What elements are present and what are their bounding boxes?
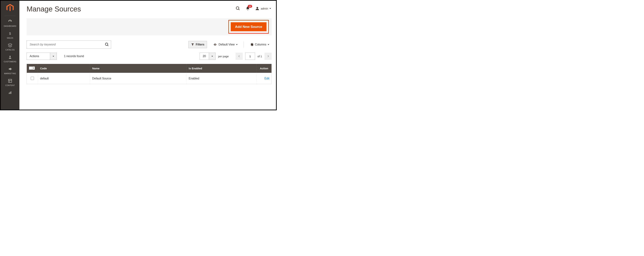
sidebar-item-marketing[interactable]: MARKETING	[1, 65, 20, 77]
sidebar-item-label: DASHBOARD	[4, 25, 16, 27]
records-found-label: 1 records found	[64, 54, 84, 58]
mass-actions-label: Actions	[26, 53, 50, 60]
chevron-down-icon	[212, 56, 213, 57]
dollar-icon: $	[7, 31, 13, 36]
magento-logo-icon	[6, 4, 14, 12]
header-tools: 12 admin	[236, 5, 272, 11]
table-row[interactable]: default Default Source Enabled Edit	[27, 73, 272, 84]
table-header-code[interactable]: Code	[38, 64, 90, 73]
select-all-checkbox[interactable]	[29, 66, 32, 70]
sidebar-item-sales[interactable]: $ SALES	[1, 30, 20, 42]
search-icon	[236, 6, 240, 11]
catalog-icon	[7, 43, 13, 48]
grid-toolbar-row-1: Filters Default View Columns	[26, 40, 272, 49]
cell-code: default	[38, 73, 90, 84]
mass-actions-select[interactable]: Actions	[26, 53, 57, 60]
table-header-name[interactable]: Name	[90, 64, 186, 73]
sidebar-item-label: MARKETING	[4, 72, 16, 74]
default-view-label: Default View	[218, 43, 235, 46]
callout-highlight: Add New Source	[228, 20, 269, 34]
per-page-trigger[interactable]	[209, 53, 216, 60]
row-select-cell	[27, 73, 38, 84]
svg-text:$: $	[9, 32, 11, 36]
page-actions-bar: Add New Source	[26, 18, 272, 36]
main-content: Manage Sources 12 admin Add New Source	[20, 1, 276, 110]
svg-line-12	[108, 45, 108, 46]
user-icon	[255, 6, 259, 10]
grid-toolbar-row-2: Actions 1 records found 20 per page of 1	[26, 53, 272, 60]
chevron-right-icon	[267, 55, 269, 58]
table-header-select	[27, 64, 38, 73]
notifications-button[interactable]: 12	[246, 6, 250, 10]
pager-of-label: of 1	[258, 55, 262, 58]
table-header-action: Action	[256, 64, 272, 73]
columns-label: Columns	[255, 43, 266, 46]
table-header-is-enabled[interactable]: Is Enabled	[186, 64, 256, 73]
keyword-search-input[interactable]	[29, 42, 102, 46]
marketing-icon	[7, 67, 13, 71]
chevron-left-icon	[238, 55, 240, 58]
cell-action: Edit	[256, 73, 272, 84]
select-all-control[interactable]	[29, 66, 35, 70]
pager-prev-button[interactable]	[236, 53, 243, 60]
sidebar-item-content[interactable]: CONTENT	[1, 77, 20, 89]
svg-rect-6	[10, 92, 10, 94]
svg-rect-5	[9, 93, 9, 94]
per-page-value: 20	[200, 53, 209, 60]
filters-label: Filters	[196, 43, 204, 46]
select-all-dropdown[interactable]	[32, 66, 35, 70]
notification-badge: 12	[248, 5, 252, 8]
keyword-search-button[interactable]	[105, 42, 109, 47]
svg-rect-2	[8, 79, 12, 82]
sidebar-item-label: SALES	[7, 37, 13, 39]
default-view-button[interactable]: Default View	[210, 41, 240, 48]
sidebar-item-label: CONTENT	[5, 84, 15, 86]
per-page-label: per page	[218, 55, 229, 58]
table-header-row: Code Name Is Enabled Action	[27, 64, 272, 73]
topbar: Manage Sources 12 admin	[26, 1, 272, 13]
admin-sidebar: DASHBOARD $ SALES CATALOG CUSTOMERS MARK…	[1, 1, 20, 110]
customers-icon	[7, 55, 13, 60]
search-icon	[105, 42, 109, 47]
columns-button[interactable]: Columns	[248, 41, 272, 48]
pager: 20 per page of 1	[200, 53, 272, 60]
chevron-down-icon	[53, 56, 54, 57]
edit-link[interactable]: Edit	[264, 77, 269, 80]
svg-rect-7	[11, 92, 11, 94]
sidebar-item-catalog[interactable]: CATALOG	[1, 42, 20, 53]
per-page-select[interactable]: 20	[200, 53, 216, 60]
grid-view-tools: Filters Default View Columns	[188, 41, 272, 48]
account-menu-button[interactable]: admin	[255, 6, 271, 10]
chevron-down-icon	[236, 44, 238, 45]
sidebar-item-reports[interactable]	[1, 89, 20, 95]
sidebar-item-label: CATALOG	[6, 49, 14, 51]
pager-next-button[interactable]	[264, 53, 272, 60]
chevron-down-icon	[268, 44, 269, 45]
reports-icon	[7, 90, 13, 95]
sources-table: Code Name Is Enabled Action default Defa…	[26, 64, 272, 84]
gear-icon	[250, 43, 254, 46]
svg-point-1	[10, 56, 11, 57]
magento-logo[interactable]	[5, 2, 16, 13]
cell-is-enabled: Enabled	[186, 73, 256, 84]
row-checkbox[interactable]	[31, 77, 34, 80]
sidebar-item-label: CUSTOMERS	[4, 60, 16, 63]
chevron-down-icon	[33, 68, 34, 69]
page-title: Manage Sources	[26, 5, 81, 13]
mass-actions-trigger[interactable]	[50, 53, 57, 60]
content-icon	[7, 78, 13, 83]
svg-point-10	[256, 7, 258, 8]
funnel-icon	[191, 43, 194, 46]
svg-point-8	[236, 7, 239, 9]
sidebar-divider	[4, 16, 16, 16]
sidebar-item-customers[interactable]: CUSTOMERS	[1, 53, 20, 65]
svg-point-11	[105, 43, 108, 46]
sidebar-item-dashboard[interactable]: DASHBOARD	[1, 18, 20, 30]
pager-page-input[interactable]	[245, 53, 255, 60]
keyword-search	[26, 40, 111, 49]
filters-button[interactable]: Filters	[188, 41, 207, 48]
cell-name: Default Source	[90, 73, 186, 84]
global-search-button[interactable]	[236, 6, 240, 11]
chevron-down-icon	[270, 8, 271, 9]
add-new-source-button[interactable]: Add New Source	[231, 22, 266, 31]
